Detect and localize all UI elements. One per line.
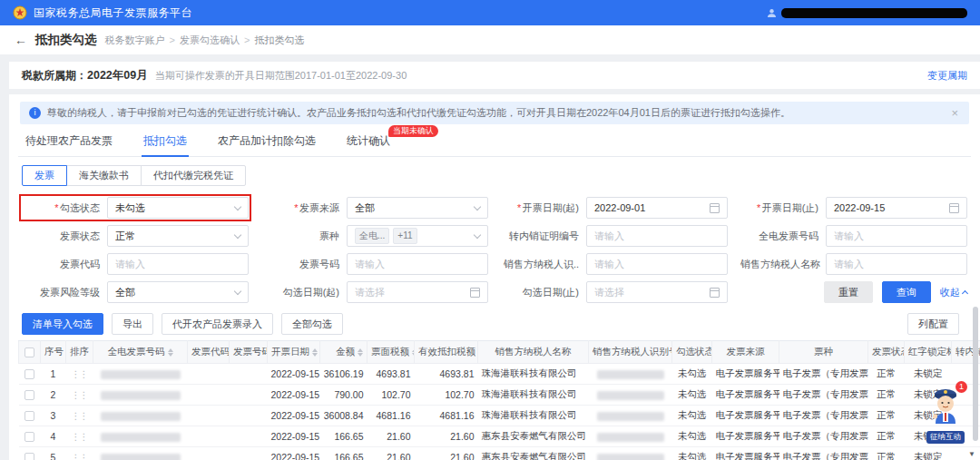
filter-label: *开票日期(止)	[740, 201, 826, 215]
sort-icon[interactable]	[358, 348, 363, 357]
row-checkbox[interactable]	[24, 432, 34, 442]
back-arrow-icon[interactable]: ←	[15, 33, 27, 47]
column-label: 票面税额	[371, 346, 409, 357]
input-control[interactable]: 请输入	[347, 253, 488, 275]
redacted-value	[597, 370, 664, 379]
cell-source: 电子发票服务平台	[712, 364, 779, 385]
select-control[interactable]: 全部	[107, 281, 249, 303]
user-area[interactable]	[767, 8, 967, 18]
page-title: 抵扣类勾选	[35, 32, 97, 48]
column-config-button[interactable]: 列配置	[907, 313, 959, 335]
cell-amount: 166.65	[320, 447, 368, 460]
cell-invoice_no	[93, 447, 188, 460]
row-checkbox[interactable]	[24, 390, 34, 400]
close-icon[interactable]: ×	[949, 106, 960, 120]
row-checkbox[interactable]	[24, 411, 34, 421]
breadcrumb-item[interactable]: 抵扣类勾选	[254, 34, 304, 47]
select-control[interactable]: 未勾选	[107, 197, 249, 219]
sort-icon[interactable]	[168, 348, 173, 357]
subtab-withhold[interactable]: 代扣代缴完税凭证	[141, 165, 246, 186]
col-header-amount[interactable]: 金额	[320, 341, 368, 364]
subtab-invoice[interactable]: 发票	[22, 165, 67, 186]
reset-button[interactable]: 重置	[824, 281, 873, 303]
table-row: 5⋮⋮2022-09-15166.6521.6021.60惠东县安泰燃气有限公司…	[19, 447, 980, 460]
redacted-value	[101, 391, 181, 400]
col-header-status: 勾选状态	[672, 341, 712, 364]
col-header-code: 发票代码	[188, 341, 230, 364]
col-header-type: 票种	[779, 341, 868, 364]
scroll-down-arrow-icon[interactable]: ▼	[968, 450, 975, 458]
farm-invoice-entry-button[interactable]: 代开农产品发票录入	[162, 313, 273, 335]
cell-status: 未勾选	[672, 406, 712, 426]
sort-icon[interactable]	[312, 348, 318, 357]
input-control[interactable]: 请输入	[826, 253, 967, 275]
tab-deduct-check[interactable]: 抵扣勾选	[142, 133, 189, 156]
input-control[interactable]: 请输入	[586, 225, 728, 247]
collapse-link[interactable]: 收起	[940, 286, 967, 299]
filter-label: 销售方纳税人识..	[501, 258, 586, 271]
redacted-value	[101, 412, 181, 421]
redacted-value	[101, 370, 181, 379]
cell-invoice_no	[93, 406, 188, 426]
cell-checkbox[interactable]	[19, 447, 41, 460]
tab-stat-confirm[interactable]: 统计确认当期未确认	[345, 133, 392, 156]
select-all-checkbox[interactable]	[24, 347, 34, 357]
filter-field-勾选日期(止): 勾选日期(止)请选择	[501, 281, 728, 303]
col-header-checkbox[interactable]	[19, 341, 41, 364]
query-button[interactable]: 查询	[882, 281, 931, 303]
vertical-scrollbar[interactable]	[973, 307, 978, 441]
cell-number	[230, 426, 268, 447]
col-header-inv_status: 发票状态	[868, 341, 905, 364]
cell-code	[188, 385, 230, 406]
row-checkbox[interactable]	[24, 369, 34, 379]
breadcrumb-item[interactable]: 发票勾选确认	[180, 34, 240, 47]
cell-checkbox[interactable]	[19, 406, 41, 426]
check-all-button[interactable]: 全部勾选	[281, 313, 343, 335]
change-period-link[interactable]: 变更属期	[927, 69, 967, 83]
drag-handle-icon[interactable]: ⋮⋮	[72, 411, 88, 421]
export-button[interactable]: 导出	[112, 313, 153, 335]
date-control[interactable]: 2022-09-01	[586, 197, 728, 219]
redacted-value	[597, 454, 664, 460]
date-control[interactable]: 请选择	[586, 281, 728, 303]
breadcrumb-item[interactable]: 税务数字账户	[105, 34, 165, 47]
col-header-tax[interactable]: 票面税额	[368, 341, 415, 364]
drag-handle-icon[interactable]: ⋮⋮	[72, 453, 88, 460]
col-header-date[interactable]: 开票日期	[268, 341, 320, 364]
tax-emblem-icon	[13, 5, 27, 20]
subtab-customs[interactable]: 海关缴款书	[66, 165, 142, 186]
cell-checkbox[interactable]	[19, 364, 41, 385]
cell-invoice_no	[93, 364, 188, 385]
date-control[interactable]: 请选择	[347, 281, 488, 303]
cell-checkbox[interactable]	[19, 426, 41, 447]
cell-number	[230, 385, 268, 406]
input-control[interactable]: 请输入	[826, 225, 967, 247]
drag-handle-icon[interactable]: ⋮⋮	[72, 390, 88, 400]
select-control[interactable]: 正常	[107, 225, 249, 247]
tab-pending-farm-invoice[interactable]: 待处理农产品发票	[24, 133, 114, 156]
drag-handle-icon[interactable]: ⋮⋮	[72, 369, 88, 379]
input-control[interactable]: 请输入	[107, 253, 249, 275]
calendar-icon	[710, 288, 720, 298]
period-hint: 当期可操作发票的开具日期范围2017-01-01至2022-09-30	[155, 69, 407, 83]
filter-field-勾选日期(起): 勾选日期(起)请选择	[261, 281, 488, 303]
col-header-invoice_no[interactable]: 全电发票号码	[93, 341, 188, 364]
assistant-widget[interactable]: 1 征纳互动	[924, 387, 967, 444]
col-header-deduct[interactable]: 有效抵扣税额	[415, 341, 478, 364]
cell-checkbox[interactable]	[19, 385, 41, 406]
input-control[interactable]: 请输入	[586, 253, 728, 275]
select-control[interactable]: 全电...+11	[347, 225, 488, 247]
table-row: 4⋮⋮2022-09-15166.6521.6021.60惠东县安泰燃气有限公司…	[19, 426, 980, 447]
cell-source: 电子发票服务平台	[712, 385, 779, 406]
cell-tax: 21.60	[368, 426, 415, 447]
select-control[interactable]: 全部	[347, 197, 488, 219]
row-checkbox[interactable]	[24, 453, 34, 460]
import-check-button[interactable]: 清单导入勾选	[22, 313, 103, 335]
tab-farm-extra-deduct[interactable]: 农产品加计扣除勾选	[216, 133, 318, 156]
cell-tax: 102.70	[368, 385, 415, 406]
chevron-up-icon	[962, 290, 968, 297]
drag-handle-icon[interactable]: ⋮⋮	[72, 432, 88, 442]
cell-inv_status: 正常	[868, 406, 905, 426]
redacted-value	[101, 433, 181, 442]
date-control[interactable]: 2022-09-15	[826, 197, 967, 219]
